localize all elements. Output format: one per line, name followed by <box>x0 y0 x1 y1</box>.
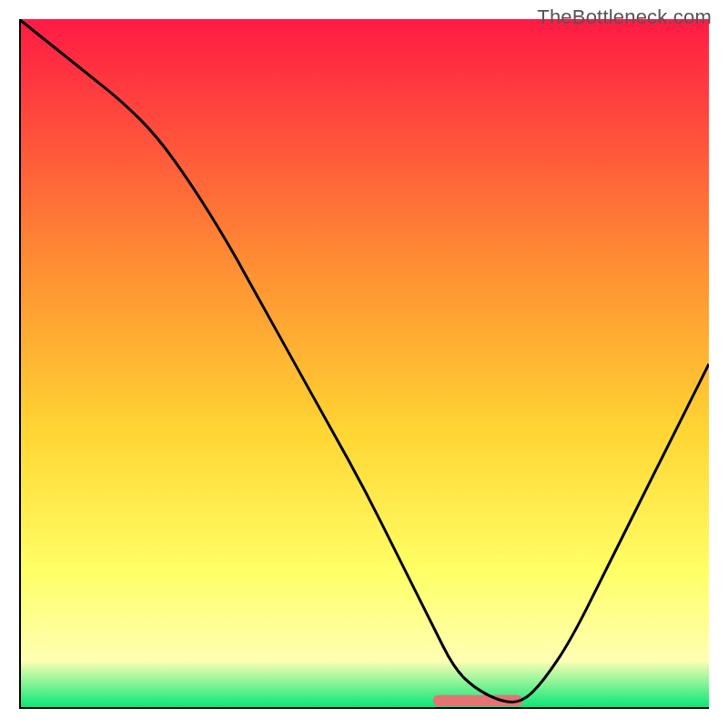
gradient-background <box>19 19 709 709</box>
watermark-text: TheBottleneck.com <box>537 5 712 29</box>
chart-svg <box>19 19 709 709</box>
chart-area <box>19 19 709 709</box>
